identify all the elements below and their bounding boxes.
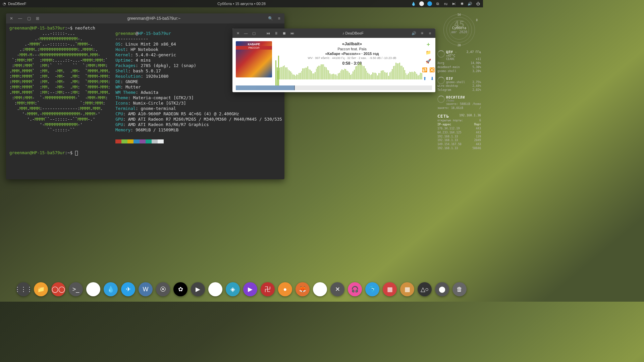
player-window-title: ♪ DeaDBeeF [298,31,409,35]
dock-files[interactable]: 📁 [34,282,48,296]
down-arrow-icon[interactable]: ⬇ [429,76,435,81]
track-album: «Кабаре «Рассол»» · 2015 год [283,52,421,56]
shuffle-icon[interactable]: 🔀 [429,67,435,73]
dock-colors[interactable]: ◕ [313,282,327,296]
top-panel: ◔ DeaDBeeF Суббота • 15 августа • 00:28 … [0,0,483,7]
net-section: СЕТЬ 192.168.1.36 открытые порты:6 IP-ад… [437,114,481,150]
keyboard-layout[interactable]: ru [443,1,448,6]
dock-box1[interactable]: ▦ [383,282,397,296]
new-tab-icon[interactable]: ⊞ [35,16,40,21]
dock-fox[interactable]: 🦊 [296,282,310,296]
pause-icon[interactable]: ⏸ [273,31,279,36]
volume2-icon[interactable]: 🔊 [411,31,417,36]
music-player-window: ✕ — ▢ ⏮ ⏸ ⏹ ⏭ ♪ DeaDBeeF 🔊 ✳ ≡ «Jailbait… [232,28,435,92]
close-icon[interactable]: ✕ [9,16,14,21]
bluetooth2-icon[interactable]: ✱ [460,1,464,6]
terminal-title: greenman@HP-15-ba579ur:~ [44,16,264,21]
disk-section: НОСИТЕЛИ /home занято: 588GiB/homeзанято… [437,96,481,110]
telegram-tray-icon[interactable] [427,1,432,6]
track-time: 0:58 · 3:08 [283,61,421,66]
dock-music[interactable]: ♪ [208,282,222,296]
app-menu-icon[interactable]: ◔ [3,2,6,6]
stop-icon[interactable]: ⏹ [281,31,287,36]
dock-chrome[interactable]: ◉ [86,282,100,296]
active-app-name[interactable]: DeaDBeeF [8,2,26,6]
dock-vk[interactable]: W [139,282,153,296]
cpu-section: ЦПУ 2,47 ГГц · +47°C СЕАНСx11 Xorg14,90%… [437,50,481,73]
dock-terminal[interactable]: >_ [69,282,83,296]
album-art[interactable] [236,41,272,77]
up-arrow-icon[interactable]: ⬆ [422,76,427,81]
menu-icon[interactable]: ≡ [427,31,433,36]
dock-kodi[interactable]: ◈ [226,282,240,296]
hamburger-icon[interactable]: ≡ [276,16,282,21]
player-titlebar[interactable]: ✕ — ▢ ⏮ ⏸ ⏹ ⏭ ♪ DeaDBeeF 🔊 ✳ ≡ [232,28,435,38]
tray-circle-1-icon[interactable] [419,1,424,6]
maximize-icon[interactable]: ▢ [26,16,32,21]
dock-xair[interactable]: ✕ [330,282,344,296]
spectrum-visualizer [275,66,422,83]
power-icon[interactable]: ⏻ [476,1,480,6]
track-artist: Рассол feat. Pala [283,47,421,51]
search-icon[interactable]: 🔍 [268,16,273,21]
add-icon[interactable]: + [426,41,431,47]
dock-apps-grid[interactable]: ⋮⋮⋮ [16,282,31,296]
dock-pomodoro[interactable]: ◯◯ [51,282,65,296]
dock-wire[interactable]: ⦿ [156,282,170,296]
dock-telegram[interactable]: ✈ [121,282,135,296]
dock-steam[interactable]: ⬤ [435,282,449,296]
dock-headphones[interactable]: 🎧 [348,282,362,296]
dock-orange[interactable]: ● [278,282,292,296]
dock-trash[interactable]: 🗑 [452,282,467,296]
dock-ps[interactable]: △○ [418,282,432,296]
minimize-icon[interactable]: — [243,31,249,36]
track-title: «Jailbait» [283,41,421,46]
clock-label[interactable]: Суббота • 15 августа • 00:28 [217,2,266,6]
dock-icq[interactable]: ✿ [173,282,187,296]
seek-bar[interactable] [236,85,432,90]
dock-media[interactable]: ▶ [243,282,257,296]
maximize-icon[interactable]: ▢ [251,31,257,36]
dock-red[interactable]: 卍 [261,282,275,296]
prev-track-icon[interactable]: ⏮ [265,31,271,36]
clock-widget: 54 0 45 Суббота авг 2020 28 [437,13,481,47]
minimize-icon[interactable]: — [17,16,23,21]
volume-icon[interactable]: 🔊 [468,1,472,6]
rocket-icon[interactable]: 🚀 [426,59,431,64]
repeat-icon[interactable]: 🔁 [422,67,427,73]
dock-deadbeef[interactable]: ▶ [191,282,205,296]
equalizer-icon[interactable]: ✳ [419,31,425,36]
track-format: WV · 997 кбит/с · 44100 Гц · 32 бит · 2 … [283,56,421,60]
folder-icon[interactable]: 📁 [426,50,431,55]
dock-box2[interactable]: ▦ [400,282,414,296]
close-icon[interactable]: ✕ [235,31,240,36]
dock-water[interactable]: 💧 [104,282,118,296]
terminal-titlebar[interactable]: ✕ — ▢ ⊞ greenman@HP-15-ba579ur:~ 🔍 ≡ [6,13,284,23]
tray-window-icon[interactable]: ⧉ [435,1,440,6]
next-track-icon[interactable]: ⏭ [289,31,295,36]
conky-panel: 54 0 45 Суббота авг 2020 28 ЦПУ 2,47 ГГц… [437,13,481,150]
dock-dolphin[interactable]: 🐬 [365,282,379,296]
dock: ⋮⋮⋮📁◯◯>_◉💧✈W⦿✿▶♪◈▶卍●🦊◕✕🎧🐬▦▦△○⬤🗑 [12,280,471,299]
water-tray-icon[interactable]: 💧 [411,1,416,6]
bluetooth-icon[interactable]: ⧔ [451,1,456,6]
ram-section: ОЗУ gnome-shell2,75%wire-desktop2,44%Tel… [437,77,481,93]
